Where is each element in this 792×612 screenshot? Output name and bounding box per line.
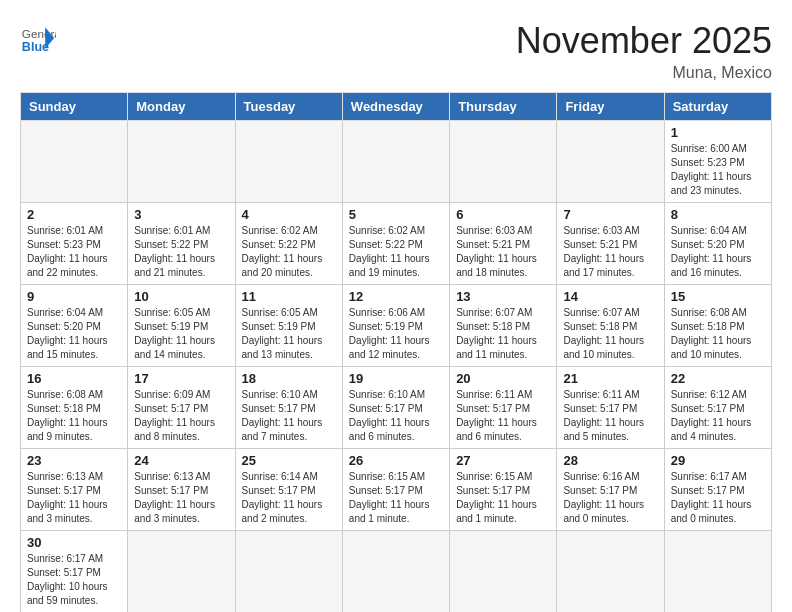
day-number: 12	[349, 289, 443, 304]
weekday-header-wednesday: Wednesday	[342, 93, 449, 121]
day-info: Sunrise: 6:14 AM Sunset: 5:17 PM Dayligh…	[242, 470, 336, 526]
day-info: Sunrise: 6:09 AM Sunset: 5:17 PM Dayligh…	[134, 388, 228, 444]
day-info: Sunrise: 6:12 AM Sunset: 5:17 PM Dayligh…	[671, 388, 765, 444]
day-info: Sunrise: 6:15 AM Sunset: 5:17 PM Dayligh…	[456, 470, 550, 526]
day-info: Sunrise: 6:17 AM Sunset: 5:17 PM Dayligh…	[671, 470, 765, 526]
day-info: Sunrise: 6:06 AM Sunset: 5:19 PM Dayligh…	[349, 306, 443, 362]
day-number: 7	[563, 207, 657, 222]
svg-text:Blue: Blue	[22, 40, 49, 54]
calendar-cell: 10Sunrise: 6:05 AM Sunset: 5:19 PM Dayli…	[128, 285, 235, 367]
day-number: 14	[563, 289, 657, 304]
calendar-cell: 9Sunrise: 6:04 AM Sunset: 5:20 PM Daylig…	[21, 285, 128, 367]
title-block: November 2025 Muna, Mexico	[516, 20, 772, 82]
day-number: 27	[456, 453, 550, 468]
day-info: Sunrise: 6:13 AM Sunset: 5:17 PM Dayligh…	[27, 470, 121, 526]
day-number: 28	[563, 453, 657, 468]
page-header: General Blue November 2025 Muna, Mexico	[20, 20, 772, 82]
calendar-cell: 1Sunrise: 6:00 AM Sunset: 5:23 PM Daylig…	[664, 121, 771, 203]
weekday-header-saturday: Saturday	[664, 93, 771, 121]
calendar-cell: 30Sunrise: 6:17 AM Sunset: 5:17 PM Dayli…	[21, 531, 128, 613]
day-info: Sunrise: 6:02 AM Sunset: 5:22 PM Dayligh…	[349, 224, 443, 280]
calendar-cell: 18Sunrise: 6:10 AM Sunset: 5:17 PM Dayli…	[235, 367, 342, 449]
calendar-week-row: 9Sunrise: 6:04 AM Sunset: 5:20 PM Daylig…	[21, 285, 772, 367]
day-info: Sunrise: 6:16 AM Sunset: 5:17 PM Dayligh…	[563, 470, 657, 526]
calendar-cell	[557, 121, 664, 203]
calendar-cell: 28Sunrise: 6:16 AM Sunset: 5:17 PM Dayli…	[557, 449, 664, 531]
day-info: Sunrise: 6:08 AM Sunset: 5:18 PM Dayligh…	[27, 388, 121, 444]
calendar-table: SundayMondayTuesdayWednesdayThursdayFrid…	[20, 92, 772, 612]
day-number: 15	[671, 289, 765, 304]
day-info: Sunrise: 6:11 AM Sunset: 5:17 PM Dayligh…	[563, 388, 657, 444]
day-info: Sunrise: 6:01 AM Sunset: 5:23 PM Dayligh…	[27, 224, 121, 280]
calendar-cell: 20Sunrise: 6:11 AM Sunset: 5:17 PM Dayli…	[450, 367, 557, 449]
calendar-cell	[128, 121, 235, 203]
day-info: Sunrise: 6:02 AM Sunset: 5:22 PM Dayligh…	[242, 224, 336, 280]
logo-icon: General Blue	[20, 20, 56, 56]
day-info: Sunrise: 6:05 AM Sunset: 5:19 PM Dayligh…	[134, 306, 228, 362]
day-info: Sunrise: 6:07 AM Sunset: 5:18 PM Dayligh…	[456, 306, 550, 362]
calendar-week-row: 30Sunrise: 6:17 AM Sunset: 5:17 PM Dayli…	[21, 531, 772, 613]
calendar-cell	[664, 531, 771, 613]
calendar-cell: 4Sunrise: 6:02 AM Sunset: 5:22 PM Daylig…	[235, 203, 342, 285]
calendar-cell: 17Sunrise: 6:09 AM Sunset: 5:17 PM Dayli…	[128, 367, 235, 449]
day-number: 10	[134, 289, 228, 304]
day-info: Sunrise: 6:13 AM Sunset: 5:17 PM Dayligh…	[134, 470, 228, 526]
weekday-header-row: SundayMondayTuesdayWednesdayThursdayFrid…	[21, 93, 772, 121]
calendar-cell: 29Sunrise: 6:17 AM Sunset: 5:17 PM Dayli…	[664, 449, 771, 531]
day-info: Sunrise: 6:01 AM Sunset: 5:22 PM Dayligh…	[134, 224, 228, 280]
day-number: 8	[671, 207, 765, 222]
weekday-header-friday: Friday	[557, 93, 664, 121]
calendar-cell: 11Sunrise: 6:05 AM Sunset: 5:19 PM Dayli…	[235, 285, 342, 367]
day-number: 6	[456, 207, 550, 222]
calendar-cell: 8Sunrise: 6:04 AM Sunset: 5:20 PM Daylig…	[664, 203, 771, 285]
calendar-cell	[235, 121, 342, 203]
calendar-cell: 2Sunrise: 6:01 AM Sunset: 5:23 PM Daylig…	[21, 203, 128, 285]
day-number: 23	[27, 453, 121, 468]
day-info: Sunrise: 6:08 AM Sunset: 5:18 PM Dayligh…	[671, 306, 765, 362]
calendar-cell	[128, 531, 235, 613]
day-info: Sunrise: 6:11 AM Sunset: 5:17 PM Dayligh…	[456, 388, 550, 444]
day-number: 5	[349, 207, 443, 222]
day-number: 16	[27, 371, 121, 386]
day-info: Sunrise: 6:00 AM Sunset: 5:23 PM Dayligh…	[671, 142, 765, 198]
day-number: 13	[456, 289, 550, 304]
location: Muna, Mexico	[516, 64, 772, 82]
day-number: 22	[671, 371, 765, 386]
calendar-cell: 6Sunrise: 6:03 AM Sunset: 5:21 PM Daylig…	[450, 203, 557, 285]
calendar-cell: 16Sunrise: 6:08 AM Sunset: 5:18 PM Dayli…	[21, 367, 128, 449]
calendar-cell	[342, 531, 449, 613]
calendar-cell: 23Sunrise: 6:13 AM Sunset: 5:17 PM Dayli…	[21, 449, 128, 531]
calendar-cell: 19Sunrise: 6:10 AM Sunset: 5:17 PM Dayli…	[342, 367, 449, 449]
weekday-header-monday: Monday	[128, 93, 235, 121]
calendar-cell: 26Sunrise: 6:15 AM Sunset: 5:17 PM Dayli…	[342, 449, 449, 531]
logo: General Blue	[20, 20, 56, 56]
calendar-cell	[450, 531, 557, 613]
day-number: 26	[349, 453, 443, 468]
calendar-week-row: 16Sunrise: 6:08 AM Sunset: 5:18 PM Dayli…	[21, 367, 772, 449]
day-number: 24	[134, 453, 228, 468]
day-number: 30	[27, 535, 121, 550]
day-number: 21	[563, 371, 657, 386]
calendar-cell: 27Sunrise: 6:15 AM Sunset: 5:17 PM Dayli…	[450, 449, 557, 531]
day-number: 9	[27, 289, 121, 304]
day-info: Sunrise: 6:17 AM Sunset: 5:17 PM Dayligh…	[27, 552, 121, 608]
calendar-week-row: 2Sunrise: 6:01 AM Sunset: 5:23 PM Daylig…	[21, 203, 772, 285]
day-info: Sunrise: 6:04 AM Sunset: 5:20 PM Dayligh…	[671, 224, 765, 280]
calendar-cell	[235, 531, 342, 613]
calendar-cell: 13Sunrise: 6:07 AM Sunset: 5:18 PM Dayli…	[450, 285, 557, 367]
calendar-cell: 21Sunrise: 6:11 AM Sunset: 5:17 PM Dayli…	[557, 367, 664, 449]
calendar-cell	[342, 121, 449, 203]
day-info: Sunrise: 6:10 AM Sunset: 5:17 PM Dayligh…	[242, 388, 336, 444]
weekday-header-thursday: Thursday	[450, 93, 557, 121]
calendar-cell	[21, 121, 128, 203]
day-info: Sunrise: 6:10 AM Sunset: 5:17 PM Dayligh…	[349, 388, 443, 444]
calendar-week-row: 23Sunrise: 6:13 AM Sunset: 5:17 PM Dayli…	[21, 449, 772, 531]
day-number: 1	[671, 125, 765, 140]
calendar-cell: 3Sunrise: 6:01 AM Sunset: 5:22 PM Daylig…	[128, 203, 235, 285]
calendar-cell: 25Sunrise: 6:14 AM Sunset: 5:17 PM Dayli…	[235, 449, 342, 531]
weekday-header-sunday: Sunday	[21, 93, 128, 121]
day-info: Sunrise: 6:04 AM Sunset: 5:20 PM Dayligh…	[27, 306, 121, 362]
day-number: 29	[671, 453, 765, 468]
calendar-cell: 5Sunrise: 6:02 AM Sunset: 5:22 PM Daylig…	[342, 203, 449, 285]
day-number: 18	[242, 371, 336, 386]
